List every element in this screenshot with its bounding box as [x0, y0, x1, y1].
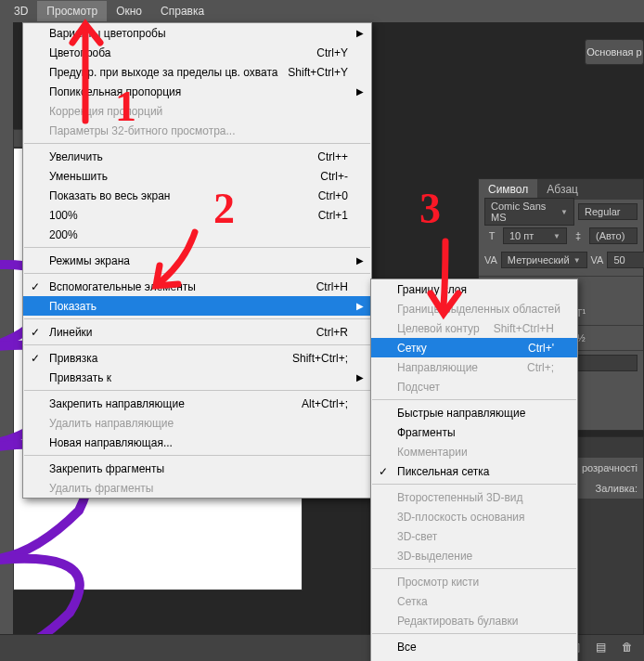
- show-submenu: Границу слояГраницы выделенных областейЦ…: [370, 279, 578, 661]
- menu-item-label: Пиксельная сетка: [397, 465, 489, 478]
- shortcut: Ctrl+-: [320, 170, 348, 183]
- menu-item-label: Направляющие: [397, 361, 478, 374]
- shortcut: Ctrl+': [528, 342, 554, 355]
- menu-item-label: Закрепить направляющие: [49, 397, 185, 410]
- leading-icon: ‡: [571, 228, 586, 243]
- menu-item[interactable]: ЦветопробаCtrl+Y: [23, 43, 371, 62]
- menu-item[interactable]: Привязать к▶: [23, 368, 371, 387]
- shortcut: Ctrl+H: [316, 280, 348, 293]
- menu-item-label: 100%: [49, 209, 78, 222]
- menu-item[interactable]: Показать▶: [23, 296, 371, 316]
- menu-item-label: Новая направляющая...: [49, 436, 173, 449]
- menu-item: 3D-плоскость основания: [371, 507, 577, 526]
- separator: [372, 633, 576, 634]
- menu-item[interactable]: СеткуCtrl+': [371, 338, 577, 357]
- menu-item-label: Показать во весь экран: [49, 189, 170, 202]
- check-icon: ✓: [31, 326, 40, 339]
- menu-item-label: Подсчет: [397, 381, 440, 394]
- menu-item[interactable]: Варианты цветопробы▶: [23, 23, 371, 43]
- menu-item[interactable]: ✓Пиксельная сетка: [371, 461, 577, 481]
- tab-character[interactable]: Символ: [479, 179, 537, 200]
- menu-item-label: Границу слоя: [397, 283, 467, 296]
- submenu-arrow-icon: ▶: [356, 372, 364, 382]
- menu-item[interactable]: 200%: [23, 225, 371, 244]
- menu-item[interactable]: Фрагменты: [371, 422, 577, 442]
- menu-item-label: Удалить фрагменты: [49, 482, 153, 495]
- menu-item-label: 200%: [49, 228, 78, 241]
- chevron-down-icon: ▼: [553, 232, 560, 240]
- menu-item-label: Все: [397, 641, 417, 654]
- menu-item-label: Параметры 32-битного просмотра...: [49, 124, 236, 137]
- menu-item[interactable]: Закрепить направляющиеAlt+Ctrl+;: [23, 394, 371, 413]
- menu-item-label: Вспомогательные элементы: [49, 280, 196, 293]
- menu-item[interactable]: 100%Ctrl+1: [23, 205, 371, 225]
- font-size-value: 10 пт: [509, 230, 534, 241]
- menu-item[interactable]: ✓Вспомогательные элементыCtrl+H: [23, 277, 371, 296]
- chevron-down-icon: ▼: [573, 256, 581, 265]
- menu-item[interactable]: Все: [371, 637, 577, 656]
- menu-item: Редактировать булавки: [371, 611, 577, 630]
- font-style-select[interactable]: Regular: [578, 203, 638, 220]
- menu-item-label: Предупр. при выходе за пределы цв. охват…: [49, 66, 278, 79]
- menu-item[interactable]: Предупр. при выходе за пределы цв. охват…: [23, 62, 371, 82]
- font-size-select[interactable]: 10 пт▼: [503, 227, 567, 244]
- menu-item: Коррекция пропорций: [23, 101, 371, 121]
- menu-item[interactable]: Быстрые направляющие: [371, 403, 577, 422]
- tracking-select[interactable]: 50: [607, 252, 644, 268]
- shortcut: Ctrl+R: [316, 326, 348, 339]
- font-family-value: Comic Sans MS: [491, 201, 557, 223]
- trash-icon[interactable]: 🗑: [622, 641, 637, 655]
- tab-paragraph[interactable]: Абзац: [537, 179, 587, 200]
- menu-3d[interactable]: 3D: [5, 1, 37, 21]
- menu-справка[interactable]: Справка: [151, 1, 213, 21]
- menu-окно[interactable]: Окно: [107, 1, 151, 21]
- shortcut: Shift+Ctrl+;: [292, 352, 348, 365]
- font-style-value: Regular: [585, 206, 621, 217]
- menu-item[interactable]: УменьшитьCtrl+-: [23, 166, 371, 186]
- menu-item[interactable]: Закрепить фрагменты: [23, 459, 371, 478]
- menu-просмотр[interactable]: Просмотр: [37, 1, 107, 21]
- menu-item-label: Варианты цветопробы: [49, 27, 166, 40]
- separator: [372, 568, 576, 569]
- shortcut: Ctrl+0: [318, 189, 348, 202]
- menu-item: Второстепенный 3D-вид: [371, 487, 577, 507]
- menubar: 3DПросмотрОкноСправка: [0, 0, 644, 22]
- options-bar-button[interactable]: Основная р: [585, 39, 644, 65]
- menu-item[interactable]: ✓ЛинейкиCtrl+R: [23, 322, 371, 342]
- menu-item-label: Границы выделенных областей: [397, 303, 560, 316]
- opacity-label: розрачності: [582, 462, 638, 473]
- type-size-icon: T: [484, 228, 499, 243]
- menu-item: Удалить фрагменты: [23, 478, 371, 498]
- options-bar-label: Основная р: [586, 46, 641, 58]
- kerning-select[interactable]: Метрический▼: [501, 252, 587, 268]
- font-family-select[interactable]: Comic Sans MS▼: [484, 198, 574, 226]
- shortcut: Ctrl++: [317, 150, 348, 163]
- menu-item: Сетка: [371, 591, 577, 611]
- menu-item-label: Цветопроба: [49, 46, 111, 59]
- menu-item[interactable]: Режимы экрана▶: [23, 251, 371, 270]
- menu-item[interactable]: ✓ПривязкаShift+Ctrl+;: [23, 348, 371, 368]
- menu-item-label: Комментарии: [397, 446, 468, 459]
- new-icon[interactable]: ▤: [596, 641, 611, 655]
- shortcut: Ctrl+Y: [316, 46, 348, 59]
- view-menu: Варианты цветопробы▶ЦветопробаCtrl+YПред…: [22, 22, 372, 499]
- menu-item-label: 3D-выделение: [397, 550, 472, 563]
- menu-item[interactable]: Попиксельная пропорция▶: [23, 82, 371, 101]
- menu-item[interactable]: Новая направляющая...: [23, 433, 371, 452]
- menu-item[interactable]: Границу слоя: [371, 279, 577, 299]
- menu-item-label: 3D-плоскость основания: [397, 511, 525, 524]
- menu-item[interactable]: Показать во весь экранCtrl+0: [23, 186, 371, 205]
- menu-item[interactable]: Снять выделение: [371, 656, 577, 661]
- menu-item-label: Увеличить: [49, 150, 103, 163]
- separator: [372, 484, 576, 485]
- shortcut: Ctrl+1: [318, 209, 348, 222]
- menu-item-label: Второстепенный 3D-вид: [397, 491, 523, 504]
- menu-item-label: Линейки: [49, 326, 93, 339]
- fill-label: Заливка:: [596, 483, 638, 494]
- menu-item: Целевой контурShift+Ctrl+H: [371, 318, 577, 338]
- leading-select[interactable]: (Авто): [589, 227, 638, 244]
- leading-value: (Авто): [596, 230, 625, 241]
- menu-item[interactable]: УвеличитьCtrl++: [23, 147, 371, 166]
- menu-item-label: Быстрые направляющие: [397, 407, 525, 420]
- kerning-icon: VA: [484, 253, 497, 267]
